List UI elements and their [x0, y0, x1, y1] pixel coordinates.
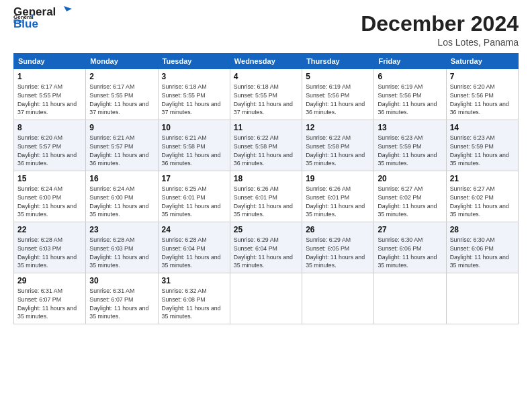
table-row: 28Sunrise: 6:30 AMSunset: 6:06 PMDayligh… — [446, 222, 518, 273]
day-number: 30 — [89, 276, 154, 285]
day-number: 22 — [17, 225, 82, 234]
day-detail: Sunrise: 6:32 AMSunset: 6:08 PMDaylight:… — [162, 287, 226, 321]
day-number: 31 — [162, 276, 226, 285]
day-detail: Sunrise: 6:19 AMSunset: 5:56 PMDaylight:… — [306, 83, 370, 117]
day-number: 28 — [450, 225, 515, 234]
table-row: 25Sunrise: 6:29 AMSunset: 6:04 PMDayligh… — [230, 222, 302, 273]
day-detail: Sunrise: 6:23 AMSunset: 5:59 PMDaylight:… — [450, 134, 515, 168]
table-row: 6Sunrise: 6:19 AMSunset: 5:56 PMDaylight… — [374, 69, 446, 120]
table-row: 9Sunrise: 6:21 AMSunset: 5:57 PMDaylight… — [86, 120, 158, 171]
table-row: 5Sunrise: 6:19 AMSunset: 5:56 PMDaylight… — [302, 69, 374, 120]
table-row: 15Sunrise: 6:24 AMSunset: 6:00 PMDayligh… — [14, 171, 86, 222]
table-row: 23Sunrise: 6:28 AMSunset: 6:03 PMDayligh… — [86, 222, 158, 273]
day-detail: Sunrise: 6:29 AMSunset: 6:05 PMDaylight:… — [306, 236, 370, 270]
day-detail: Sunrise: 6:28 AMSunset: 6:03 PMDaylight:… — [17, 236, 82, 270]
col-friday: Friday — [374, 54, 446, 69]
day-number: 7 — [450, 72, 515, 81]
day-detail: Sunrise: 6:27 AMSunset: 6:02 PMDaylight:… — [378, 185, 442, 219]
day-detail: Sunrise: 6:23 AMSunset: 5:59 PMDaylight:… — [378, 134, 442, 168]
day-number: 25 — [234, 225, 298, 234]
day-detail: Sunrise: 6:21 AMSunset: 5:58 PMDaylight:… — [162, 134, 226, 168]
month-title: December 2024 — [361, 12, 519, 36]
day-number: 15 — [17, 174, 82, 183]
col-tuesday: Tuesday — [158, 54, 230, 69]
day-number: 20 — [378, 174, 442, 183]
table-row: 24Sunrise: 6:28 AMSunset: 6:04 PMDayligh… — [158, 222, 230, 273]
day-number: 10 — [162, 123, 226, 132]
day-detail: Sunrise: 6:22 AMSunset: 5:58 PMDaylight:… — [234, 134, 298, 168]
day-number: 5 — [306, 72, 370, 81]
day-detail: Sunrise: 6:24 AMSunset: 6:00 PMDaylight:… — [89, 185, 154, 219]
day-number: 14 — [450, 123, 515, 132]
day-detail: Sunrise: 6:31 AMSunset: 6:07 PMDaylight:… — [89, 287, 154, 321]
day-number: 13 — [378, 123, 442, 132]
logo-blue: Blue — [13, 17, 38, 30]
day-number: 29 — [17, 276, 82, 285]
svg-marker-3 — [64, 6, 72, 11]
col-monday: Monday — [86, 54, 158, 69]
day-detail: Sunrise: 6:24 AMSunset: 6:00 PMDaylight:… — [17, 185, 82, 219]
day-detail: Sunrise: 6:21 AMSunset: 5:57 PMDaylight:… — [89, 134, 154, 168]
day-number: 27 — [378, 225, 442, 234]
table-row: 8Sunrise: 6:20 AMSunset: 5:57 PMDaylight… — [14, 120, 86, 171]
day-number: 9 — [89, 123, 154, 132]
day-number: 11 — [234, 123, 298, 132]
week-row-1: 1Sunrise: 6:17 AMSunset: 5:55 PMDaylight… — [14, 69, 519, 120]
title-block: December 2024 Los Lotes, Panama — [361, 12, 519, 48]
day-detail: Sunrise: 6:28 AMSunset: 6:04 PMDaylight:… — [162, 236, 226, 270]
table-row: 16Sunrise: 6:24 AMSunset: 6:00 PMDayligh… — [86, 171, 158, 222]
table-row: 30Sunrise: 6:31 AMSunset: 6:07 PMDayligh… — [86, 273, 158, 324]
table-row: 4Sunrise: 6:18 AMSunset: 5:55 PMDaylight… — [230, 69, 302, 120]
table-row: 31Sunrise: 6:32 AMSunset: 6:08 PMDayligh… — [158, 273, 230, 324]
day-detail: Sunrise: 6:17 AMSunset: 5:55 PMDaylight:… — [89, 83, 154, 117]
table-row: 3Sunrise: 6:18 AMSunset: 5:55 PMDaylight… — [158, 69, 230, 120]
table-row: 10Sunrise: 6:21 AMSunset: 5:58 PMDayligh… — [158, 120, 230, 171]
table-row: 2Sunrise: 6:17 AMSunset: 5:55 PMDaylight… — [86, 69, 158, 120]
day-detail: Sunrise: 6:29 AMSunset: 6:04 PMDaylight:… — [234, 236, 298, 270]
day-number: 3 — [162, 72, 226, 81]
day-number: 24 — [162, 225, 226, 234]
table-row: 26Sunrise: 6:29 AMSunset: 6:05 PMDayligh… — [302, 222, 374, 273]
location: Los Lotes, Panama — [361, 37, 519, 48]
day-detail: Sunrise: 6:26 AMSunset: 6:01 PMDaylight:… — [306, 185, 370, 219]
day-number: 16 — [89, 174, 154, 183]
table-row: 20Sunrise: 6:27 AMSunset: 6:02 PMDayligh… — [374, 171, 446, 222]
table-row: 17Sunrise: 6:25 AMSunset: 6:01 PMDayligh… — [158, 171, 230, 222]
day-number: 4 — [234, 72, 298, 81]
day-number: 6 — [378, 72, 442, 81]
logo: General Blue General Blue — [13, 12, 72, 31]
table-row: 12Sunrise: 6:22 AMSunset: 5:58 PMDayligh… — [302, 120, 374, 171]
logo-general: General — [13, 5, 56, 19]
table-row — [302, 273, 374, 324]
table-row: 14Sunrise: 6:23 AMSunset: 5:59 PMDayligh… — [446, 120, 518, 171]
day-detail: Sunrise: 6:31 AMSunset: 6:07 PMDaylight:… — [17, 287, 82, 321]
day-detail: Sunrise: 6:30 AMSunset: 6:06 PMDaylight:… — [378, 236, 442, 270]
day-detail: Sunrise: 6:19 AMSunset: 5:56 PMDaylight:… — [378, 83, 442, 117]
day-number: 18 — [234, 174, 298, 183]
col-saturday: Saturday — [446, 54, 518, 69]
day-number: 21 — [450, 174, 515, 183]
table-row: 11Sunrise: 6:22 AMSunset: 5:58 PMDayligh… — [230, 120, 302, 171]
page: General Blue General Blue December 2024 … — [0, 0, 532, 411]
day-number: 8 — [17, 123, 82, 132]
header: General Blue General Blue December 2024 … — [13, 12, 519, 48]
col-wednesday: Wednesday — [230, 54, 302, 69]
day-detail: Sunrise: 6:22 AMSunset: 5:58 PMDaylight:… — [306, 134, 370, 168]
calendar: Sunday Monday Tuesday Wednesday Thursday… — [13, 53, 519, 324]
table-row: 7Sunrise: 6:20 AMSunset: 5:56 PMDaylight… — [446, 69, 518, 120]
day-number: 19 — [306, 174, 370, 183]
week-row-5: 29Sunrise: 6:31 AMSunset: 6:07 PMDayligh… — [14, 273, 519, 324]
week-row-2: 8Sunrise: 6:20 AMSunset: 5:57 PMDaylight… — [14, 120, 519, 171]
day-number: 2 — [89, 72, 154, 81]
table-row — [230, 273, 302, 324]
table-row: 19Sunrise: 6:26 AMSunset: 6:01 PMDayligh… — [302, 171, 374, 222]
table-row — [446, 273, 518, 324]
day-detail: Sunrise: 6:20 AMSunset: 5:56 PMDaylight:… — [450, 83, 515, 117]
day-detail: Sunrise: 6:18 AMSunset: 5:55 PMDaylight:… — [234, 83, 298, 117]
week-row-3: 15Sunrise: 6:24 AMSunset: 6:00 PMDayligh… — [14, 171, 519, 222]
table-row: 21Sunrise: 6:27 AMSunset: 6:02 PMDayligh… — [446, 171, 518, 222]
col-thursday: Thursday — [302, 54, 374, 69]
logo-bird-icon — [57, 5, 72, 17]
day-number: 17 — [162, 174, 226, 183]
day-detail: Sunrise: 6:27 AMSunset: 6:02 PMDaylight:… — [450, 185, 515, 219]
